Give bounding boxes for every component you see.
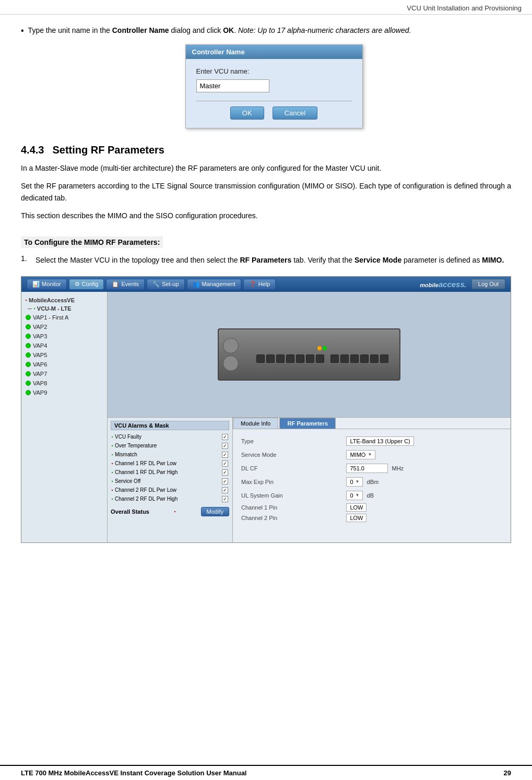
alarm-mismatch: Mismatch ✓ — [111, 451, 229, 458]
alarm-ch1-low: Channel 1 RF DL Pwr Low ✓ — [111, 460, 229, 467]
alarm-check-ch1-high[interactable]: ✓ — [222, 469, 228, 476]
ch1-pin-label: Channel 1 Pin — [238, 502, 343, 513]
vap3-dot — [26, 334, 31, 339]
step1-num: 1. — [21, 254, 31, 263]
sidebar-item-vap9[interactable]: VAP9 — [21, 388, 107, 397]
max-exp-pin-value-cell: 0 ▼ dBm — [343, 475, 505, 489]
vap2-dot — [26, 324, 31, 329]
ui-main: MobileAccessVE ─ VCU-M - LTE VAP1 - Firs… — [21, 292, 511, 542]
sidebar-item-vap7[interactable]: VAP7 — [21, 369, 107, 379]
nav-events[interactable]: 📋 Events — [106, 279, 145, 290]
alarm-check-over-temp[interactable]: ✓ — [222, 443, 228, 449]
nav-help[interactable]: ❓ Help — [243, 279, 276, 290]
sidebar-item-vap2[interactable]: VAP2 — [21, 322, 107, 332]
nav-monitor[interactable]: 📊 Monitor — [27, 279, 67, 290]
ui-topbar: 📊 Monitor ⚙ Config 📋 Events 🔧 Set-up 👥 — [21, 277, 511, 292]
type-value-cell: LTE-Band 13 (Upper C) — [343, 434, 505, 448]
sidebar-item-vap5[interactable]: VAP5 — [21, 350, 107, 360]
bullet-dot: • — [21, 26, 24, 36]
section-title: Setting RF Parameters — [52, 144, 164, 156]
alarm-check-ch2-high[interactable]: ✓ — [222, 496, 228, 502]
overall-status-label: Overall Status — [111, 509, 149, 515]
alarm-vcu-faulty: VCU Faulty ✓ — [111, 433, 229, 441]
alarm-dot-ch1-high — [112, 472, 113, 473]
service-mode-select[interactable]: MIMO ▼ — [346, 450, 375, 459]
ui-nav: 📊 Monitor ⚙ Config 📋 Events 🔧 Set-up 👥 — [27, 279, 276, 290]
alarm-dot-service-off — [112, 481, 113, 482]
page-footer: LTE 700 MHz MobileAccessVE Instant Cover… — [0, 765, 532, 780]
help-icon: ❓ — [249, 281, 256, 288]
tab-rf-parameters[interactable]: RF Parameters — [279, 418, 336, 429]
vap9-dot — [26, 390, 31, 395]
alarm-dot-ch2-low — [112, 490, 113, 491]
vap4-dot — [26, 343, 31, 348]
logout-button[interactable]: Log Out — [471, 279, 505, 289]
dl-cf-value-cell: 751.0 MHz — [343, 462, 505, 475]
dialog-title-bar: Controller Name — [186, 45, 362, 59]
monitor-icon: 📊 — [32, 281, 40, 288]
alarm-check-vcu-faulty[interactable]: ✓ — [222, 434, 228, 440]
bold-mimo: MIMO. — [482, 256, 504, 264]
tab-module-info[interactable]: Module Info — [233, 418, 278, 429]
dialog-ok-button[interactable]: OK — [230, 107, 264, 120]
nav-config[interactable]: ⚙ Config — [69, 279, 104, 290]
ui-content: VCU Alarms & Mask VCU Faulty ✓ Over — [108, 292, 511, 542]
ui-bottom: VCU Alarms & Mask VCU Faulty ✓ Over — [108, 417, 511, 542]
vap5-dot — [26, 352, 31, 358]
sidebar-item-vap1[interactable]: VAP1 - First A — [21, 313, 107, 322]
alarm-check-service-off[interactable]: ✓ — [222, 478, 228, 484]
alarm-dot-vcu-faulty — [112, 436, 113, 438]
alarm-check-mismatch[interactable]: ✓ — [222, 452, 228, 458]
vap7-dot — [26, 371, 31, 376]
para1: In a Master-Slave mode (multi-tier archi… — [21, 162, 511, 174]
param-row-ch1-pin: Channel 1 Pin LOW — [238, 502, 505, 513]
section-heading: 4.4.3 Setting RF Parameters — [21, 144, 511, 156]
dialog-label: Enter VCU name: — [196, 67, 352, 75]
vap1-dot — [26, 315, 31, 320]
dialog-title: Controller Name — [192, 48, 245, 56]
type-value: LTE-Band 13 (Upper C) — [346, 436, 413, 446]
header-title: VCU Unit Installation and Provisioning — [407, 4, 522, 12]
dialog-body: Enter VCU name: Master OK Cancel — [186, 59, 362, 128]
bold-controller-name: Controller Name — [112, 26, 169, 34]
ui-sidebar: MobileAccessVE ─ VCU-M - LTE VAP1 - Firs… — [21, 292, 108, 542]
ul-system-gain-select[interactable]: 0 ▼ — [346, 491, 363, 500]
page-content: • Type the unit name in the Controller N… — [0, 15, 532, 585]
overall-status: Overall Status Modify — [111, 507, 229, 516]
sidebar-item-vap8[interactable]: VAP8 — [21, 379, 107, 388]
alarm-dot-over-temp — [112, 445, 113, 446]
panel-body: Type LTE-Band 13 (Upper C) Service Mode — [233, 429, 511, 528]
dl-cf-value[interactable]: 751.0 — [346, 464, 388, 473]
right-panel: Module Info RF Parameters Type LTE-Band … — [233, 418, 511, 542]
sidebar-root[interactable]: MobileAccessVE — [21, 296, 107, 304]
dialog-cancel-button[interactable]: Cancel — [273, 107, 317, 120]
para3: This section describes the MIMO and the … — [21, 210, 511, 221]
ui-screenshot: 📊 Monitor ⚙ Config 📋 Events 🔧 Set-up 👥 — [21, 276, 511, 543]
bullet-text: Type the unit name in the Controller Nam… — [28, 25, 411, 36]
page-header: VCU Unit Installation and Provisioning — [0, 0, 532, 15]
alarm-ch2-low: Channel 2 RF DL Pwr Low ✓ — [111, 487, 229, 494]
sidebar-unit[interactable]: ─ VCU-M - LTE — [23, 304, 107, 313]
ul-system-gain-value-cell: 0 ▼ dB — [343, 489, 505, 502]
bold-rf-parameters: RF Parameters — [240, 256, 291, 264]
dialog-input[interactable]: Master — [196, 79, 269, 92]
sidebar-item-vap6[interactable]: VAP6 — [21, 360, 107, 369]
param-row-ch2-pin: Channel 2 Pin LOW — [238, 513, 505, 523]
nav-setup[interactable]: 🔧 Set-up — [147, 279, 184, 290]
sidebar-item-vap4[interactable]: VAP4 — [21, 341, 107, 350]
alarm-check-ch1-low[interactable]: ✓ — [222, 460, 228, 467]
alarm-check-ch2-low[interactable]: ✓ — [222, 487, 228, 493]
events-icon: 📋 — [112, 281, 119, 288]
section-number: 4.4.3 — [21, 144, 44, 156]
ch2-pin-value: LOW — [346, 514, 367, 522]
alarms-title: VCU Alarms & Mask — [111, 421, 229, 430]
ul-system-gain-unit: dB — [367, 492, 374, 499]
param-row-type: Type LTE-Band 13 (Upper C) — [238, 434, 505, 448]
nav-management[interactable]: 👥 Management — [187, 279, 241, 290]
select-arrow-icon: ▼ — [368, 452, 372, 457]
sidebar-item-vap3[interactable]: VAP3 — [21, 332, 107, 341]
modify-button[interactable]: Modify — [201, 507, 229, 516]
dialog-image-container: Controller Name Enter VCU name: Master O… — [37, 44, 511, 128]
max-exp-pin-select[interactable]: 0 ▼ — [346, 477, 363, 487]
para2: Set the RF parameters according to the L… — [21, 180, 511, 204]
